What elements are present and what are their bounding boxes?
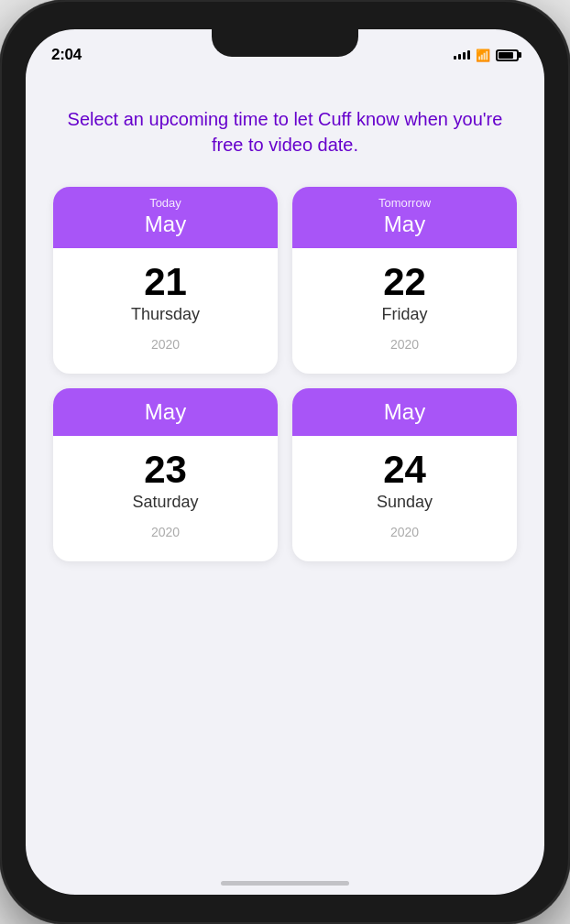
content-area: Select an upcoming time to let Cuff know… <box>26 70 544 881</box>
date-card-1[interactable]: Today May 21 Thursday 2020 <box>53 187 278 374</box>
card-body-3: 23 Saturday 2020 <box>53 436 278 561</box>
card-year-1: 2020 <box>53 337 278 364</box>
card-body-1: 21 Thursday 2020 <box>53 248 278 374</box>
card-body-2: 22 Friday 2020 <box>292 248 517 374</box>
card-day-number-1: 21 <box>53 261 278 303</box>
card-day-number-2: 22 <box>292 261 517 303</box>
card-month-3: May <box>53 399 278 425</box>
date-card-4[interactable]: May 24 Sunday 2020 <box>292 388 517 561</box>
phone-frame: 2:04 📶 Select an upcoming time to let Cu… <box>0 0 570 924</box>
card-day-name-1: Thursday <box>53 305 278 324</box>
wifi-icon: 📶 <box>476 49 490 62</box>
card-day-number-3: 23 <box>53 449 278 491</box>
card-label-1: Today <box>53 196 278 210</box>
card-month-4: May <box>292 399 517 425</box>
card-header-2: Tomorrow May <box>292 187 517 248</box>
notch <box>212 29 358 57</box>
card-month-1: May <box>53 212 278 237</box>
card-day-number-4: 24 <box>292 449 517 491</box>
status-icons: 📶 <box>454 49 519 62</box>
date-card-2[interactable]: Tomorrow May 22 Friday 2020 <box>292 187 517 374</box>
card-month-2: May <box>292 212 517 237</box>
card-day-name-3: Saturday <box>53 493 278 512</box>
card-label-2: Tomorrow <box>292 196 517 210</box>
card-body-4: 24 Sunday 2020 <box>292 436 517 561</box>
signal-icon <box>454 50 470 60</box>
card-header-3: May <box>53 388 278 436</box>
date-card-3[interactable]: May 23 Saturday 2020 <box>53 388 278 561</box>
cards-grid: Today May 21 Thursday 2020 Tomorrow May <box>53 187 517 561</box>
card-header-1: Today May <box>53 187 278 248</box>
card-year-2: 2020 <box>292 337 517 364</box>
headline-text: Select an upcoming time to let Cuff know… <box>53 106 517 158</box>
battery-icon <box>496 49 519 61</box>
card-year-4: 2020 <box>292 525 517 552</box>
status-time: 2:04 <box>51 46 82 64</box>
card-day-name-4: Sunday <box>292 493 517 512</box>
card-day-name-2: Friday <box>292 305 517 324</box>
card-year-3: 2020 <box>53 525 278 552</box>
phone-screen: 2:04 📶 Select an upcoming time to let Cu… <box>26 29 544 895</box>
card-header-4: May <box>292 388 517 436</box>
home-indicator <box>221 881 349 886</box>
